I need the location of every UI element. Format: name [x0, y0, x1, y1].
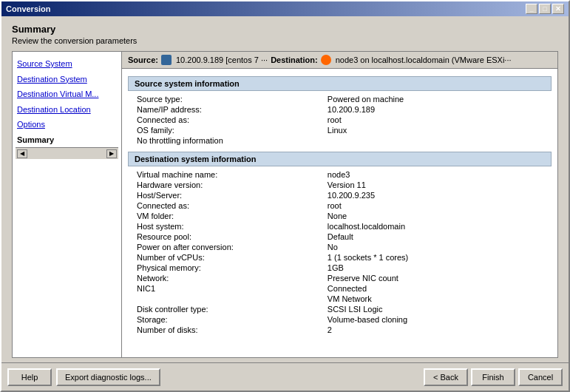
source-value: 10.200.9.189 [centos 7 ···	[176, 55, 268, 64]
network-value: Preserve NIC count	[319, 273, 552, 283]
source-type-label: Source type:	[128, 94, 319, 104]
vcpus-value: 1 (1 sockets * 1 cores)	[319, 252, 552, 263]
vm-folder-label: VM folder:	[128, 211, 319, 221]
table-row: NIC1 Connected	[128, 283, 552, 294]
dest-connected-as-label: Connected as:	[128, 200, 319, 211]
nic1-label: NIC1	[128, 283, 319, 294]
nic1-network-label	[128, 294, 319, 304]
table-row: No throttling information	[128, 135, 552, 146]
disk-controller-value: SCSI LSI Logic	[319, 304, 552, 314]
right-panel: Source: 10.200.9.189 [centos 7 ··· Desti…	[122, 52, 557, 357]
vm-folder-value: None	[319, 211, 552, 221]
no-throttle-note: No throttling information	[128, 135, 552, 146]
close-button[interactable]: ✕	[552, 4, 564, 14]
table-row: Number of disks: 2	[128, 325, 552, 335]
page-title: Summary	[12, 24, 558, 35]
sidebar: Source System Destination System Destina…	[13, 52, 122, 357]
table-row: Physical memory: 1GB	[128, 263, 552, 273]
table-row: Storage: Volume-based cloning	[128, 314, 552, 325]
storage-label: Storage:	[128, 314, 319, 325]
destination-section-header: Destination system information	[128, 152, 552, 166]
destination-info-table: Virtual machine name: node3 Hardware ver…	[128, 169, 552, 335]
table-row: Virtual machine name: node3	[128, 169, 552, 180]
help-button[interactable]: Help	[7, 368, 52, 386]
main-panel: Source System Destination System Destina…	[12, 51, 558, 358]
sidebar-scroll-left[interactable]: ◀	[17, 149, 27, 158]
sidebar-item-destination-location[interactable]: Destination Location	[16, 102, 118, 118]
window-title: Conversion	[6, 4, 51, 13]
host-system-label: Host system:	[128, 221, 319, 232]
connected-as-value: root	[319, 115, 552, 125]
memory-value: 1GB	[319, 263, 552, 273]
table-row: Network: Preserve NIC count	[128, 273, 552, 283]
source-bar: Source: 10.200.9.189 [centos 7 ··· Desti…	[122, 52, 557, 69]
nic1-network-value: VM Network	[319, 294, 552, 304]
minimize-button[interactable]: _	[526, 4, 537, 14]
sidebar-item-destination-system[interactable]: Destination System	[16, 72, 118, 87]
vcpus-label: Number of vCPUs:	[128, 252, 319, 263]
footer: Help Export diagnostic logs... < Back Fi…	[1, 362, 569, 391]
dest-icon	[321, 55, 331, 65]
host-server-label: Host/Server:	[128, 190, 319, 200]
table-row: Host system: localhost.localdomain	[128, 221, 552, 232]
power-on-label: Power on after conversion:	[128, 242, 319, 252]
table-row: Connected as: root	[128, 200, 552, 211]
num-disks-label: Number of disks:	[128, 325, 319, 335]
disk-controller-label: Disk controller type:	[128, 304, 319, 314]
nic1-value: Connected	[319, 283, 552, 294]
sidebar-item-summary: Summary	[16, 132, 118, 148]
title-bar-buttons: _ □ ✕	[526, 4, 564, 14]
name-ip-label: Name/IP address:	[128, 104, 319, 115]
source-type-value: Powered on machine	[319, 94, 552, 104]
source-label: Source:	[128, 55, 158, 64]
sidebar-item-options[interactable]: Options	[16, 117, 118, 132]
table-row: Connected as: root	[128, 115, 552, 125]
connected-as-label: Connected as:	[128, 115, 319, 125]
table-row: Number of vCPUs: 1 (1 sockets * 1 cores)	[128, 252, 552, 263]
table-row: Resource pool: Default	[128, 232, 552, 242]
num-disks-value: 2	[319, 325, 552, 335]
storage-value: Volume-based cloning	[319, 314, 552, 325]
hw-version-label: Hardware version:	[128, 180, 319, 190]
title-bar: Conversion _ □ ✕	[1, 1, 569, 16]
dest-label: Destination:	[271, 55, 318, 64]
resource-pool-value: Default	[319, 232, 552, 242]
dest-connected-as-value: root	[319, 200, 552, 211]
source-icon	[161, 55, 172, 65]
table-row: Name/IP address: 10.200.9.189	[128, 104, 552, 115]
source-section-header: Source system information	[128, 76, 552, 91]
table-row: Disk controller type: SCSI LSI Logic	[128, 304, 552, 314]
host-system-value: localhost.localdomain	[319, 221, 552, 232]
table-row: Host/Server: 10.200.9.235	[128, 190, 552, 200]
scroll-area[interactable]: Source system information Source type: P…	[122, 69, 557, 357]
maximize-button[interactable]: □	[539, 4, 551, 14]
cancel-button[interactable]: Cancel	[518, 368, 563, 386]
page-subtitle: Review the conversion parameters	[12, 36, 558, 45]
os-family-value: Linux	[319, 125, 552, 135]
table-row: VM Network	[128, 294, 552, 304]
sidebar-scroll-right[interactable]: ▶	[106, 149, 117, 158]
table-row: Hardware version: Version 11	[128, 180, 552, 190]
name-ip-value: 10.200.9.189	[319, 104, 552, 115]
host-server-value: 10.200.9.235	[319, 190, 552, 200]
sidebar-item-destination-virtual-machine[interactable]: Destination Virtual M...	[16, 87, 118, 102]
main-window: Conversion _ □ ✕ Summary Review the conv…	[0, 0, 570, 392]
memory-label: Physical memory:	[128, 263, 319, 273]
finish-button[interactable]: Finish	[471, 368, 515, 386]
network-label: Network:	[128, 273, 319, 283]
table-row: Source type: Powered on machine	[128, 94, 552, 104]
source-info-table: Source type: Powered on machine Name/IP …	[128, 94, 552, 146]
table-row: OS family: Linux	[128, 125, 552, 135]
footer-right: < Back Finish Cancel	[424, 368, 563, 386]
vm-name-label: Virtual machine name:	[128, 169, 319, 180]
export-logs-button[interactable]: Export diagnostic logs...	[56, 368, 160, 386]
back-button[interactable]: < Back	[424, 368, 468, 386]
resource-pool-label: Resource pool:	[128, 232, 319, 242]
hw-version-value: Version 11	[319, 180, 552, 190]
table-row: VM folder: None	[128, 211, 552, 221]
sidebar-item-source-system[interactable]: Source System	[16, 56, 118, 72]
footer-left: Help Export diagnostic logs...	[7, 368, 160, 386]
table-row: Power on after conversion: No	[128, 242, 552, 252]
os-family-label: OS family:	[128, 125, 319, 135]
content-area: Summary Review the conversion parameters…	[1, 16, 569, 362]
